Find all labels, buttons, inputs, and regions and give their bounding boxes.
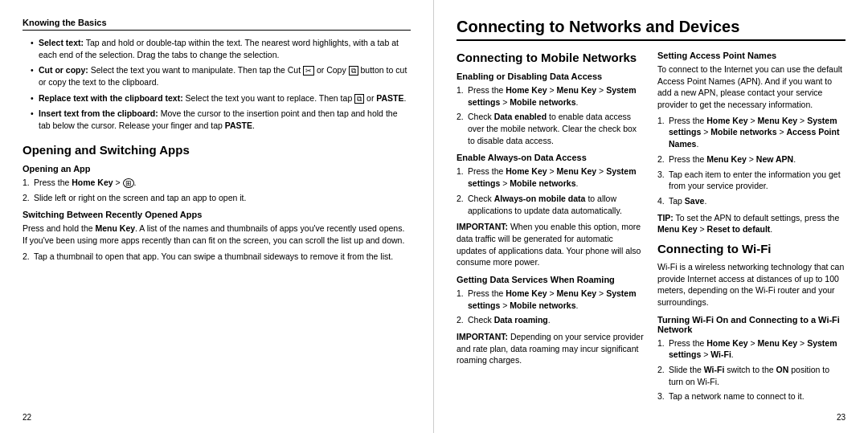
page-number-left: 22	[23, 413, 31, 422]
bullet-cut-copy-bold: Cut or copy:	[39, 65, 88, 75]
left-section-header: Knowing the Basics	[23, 18, 411, 31]
wifi-turning-on-subtitle: Turning Wi-Fi On and Connecting to a Wi-…	[657, 315, 845, 334]
bullet-select-text-content: Tap and hold or double-tap within the te…	[39, 38, 399, 59]
bullet-insert-text: Insert text from the clipboard: Move the…	[31, 108, 411, 131]
apn-steps: 1. Press the Home Key > Menu Key > Syste…	[657, 115, 845, 207]
apn-tip: TIP: To set the APN to default settings,…	[657, 212, 845, 235]
bullet-replace-text-bold: Replace text with the clipboard text:	[39, 93, 183, 103]
mobile-networks-title: Connecting to Mobile Networks	[457, 51, 645, 65]
always-on-subtitle: Enable Always-on Data Access	[457, 153, 645, 162]
opening-section: Opening and Switching Apps Opening an Ap…	[23, 143, 411, 262]
apn-step-1: 1. Press the Home Key > Menu Key > Syste…	[657, 115, 845, 150]
page-number-right: 23	[837, 413, 845, 422]
always-on-step-2: 2. Check Always-on mobile data to allow …	[457, 193, 645, 216]
enabling-step-1: 1. Press the Home Key > Menu Key > Syste…	[457, 84, 645, 108]
apn-step-2: 2. Press the Menu Key > New APN.	[657, 153, 845, 165]
book-spread: Knowing the Basics Select text: Tap and …	[0, 0, 868, 433]
left-page: Knowing the Basics Select text: Tap and …	[0, 0, 434, 433]
switch-app-intro: Press and hold the Menu Key. A list of t…	[23, 223, 411, 246]
opening-step-2: 2. Slide left or right on the screen and…	[23, 192, 411, 204]
always-on-step-1: 1. Press the Home Key > Menu Key > Syste…	[457, 165, 645, 189]
roaming-important: IMPORTANT: Depending on your service pro…	[457, 331, 645, 366]
bullet-select-text: Select text: Tap and hold or double-tap …	[31, 37, 411, 60]
always-on-steps: 1. Press the Home Key > Menu Key > Syste…	[457, 165, 645, 216]
opening-section-title: Opening and Switching Apps	[23, 143, 411, 157]
right-main-title: Connecting to Networks and Devices	[457, 18, 845, 41]
bullet-replace-text: Replace text with the clipboard text: Se…	[31, 92, 411, 104]
wifi-turning-on-steps: 1. Press the Home Key > Menu Key > Syste…	[657, 337, 845, 402]
enabling-step-2: 2. Check Data enabled to enable data acc…	[457, 111, 645, 146]
wifi-step-2: 2. Slide the Wi-Fi switch to the ON posi…	[657, 364, 845, 387]
page-wrapper: Knowing the Basics Select text: Tap and …	[0, 0, 868, 433]
always-on-important: IMPORTANT: When you enable this option, …	[457, 221, 645, 268]
apn-step-4: 4. Tap Save.	[657, 195, 845, 207]
opening-app-subtitle: Opening an App	[23, 164, 411, 174]
right-page-inner: Connecting to Mobile Networks Enabling o…	[457, 51, 845, 407]
roaming-step-2: 2. Check Data roaming.	[457, 314, 645, 326]
switch-app-subtitle: Switching Between Recently Opened Apps	[23, 210, 411, 219]
right-page: Connecting to Networks and Devices Conne…	[434, 0, 868, 433]
bullet-insert-text-bold: Insert text from the clipboard:	[39, 108, 158, 118]
bullet-cut-copy: Cut or copy: Select the text you want to…	[31, 64, 411, 88]
roaming-subtitle: Getting Data Services When Roaming	[457, 275, 645, 284]
enabling-steps: 1. Press the Home Key > Menu Key > Syste…	[457, 84, 645, 146]
apn-subtitle: Setting Access Point Names	[657, 51, 845, 60]
bullet-replace-text-content: Select the text you want to replace. The…	[183, 93, 407, 103]
wifi-step-3: 3. Tap a network name to connect to it.	[657, 390, 845, 402]
wifi-section-title: Connecting to Wi-Fi	[657, 242, 845, 256]
bullet-select-text-bold: Select text:	[39, 38, 84, 47]
basics-bullet-list: Select text: Tap and hold or double-tap …	[23, 37, 411, 132]
roaming-step-1: 1. Press the Home Key > Menu Key > Syste…	[457, 288, 645, 311]
wifi-step-1: 1. Press the Home Key > Menu Key > Syste…	[657, 337, 845, 361]
apn-step-3: 3. Tap each item to enter the informatio…	[657, 169, 845, 192]
right-col-left: Connecting to Mobile Networks Enabling o…	[457, 51, 645, 407]
opening-app-steps: 1. Press the Home Key > ⊞. 2. Slide left…	[23, 177, 411, 203]
bullet-cut-copy-content: Select the text you want to manipulate. …	[39, 65, 407, 87]
right-col-right: Setting Access Point Names To connect to…	[657, 51, 845, 407]
wifi-intro: Wi-Fi is a wireless networking technolog…	[657, 261, 845, 308]
switch-app-steps: 2. Tap a thumbnail to open that app. You…	[23, 251, 411, 263]
enabling-subtitle: Enabling or Disabling Data Access	[457, 71, 645, 81]
roaming-steps: 1. Press the Home Key > Menu Key > Syste…	[457, 288, 645, 326]
switch-step-1: 2. Tap a thumbnail to open that app. You…	[23, 251, 411, 263]
apn-intro: To connect to the Internet you can use t…	[657, 63, 845, 111]
opening-step-1: 1. Press the Home Key > ⊞.	[23, 177, 411, 189]
